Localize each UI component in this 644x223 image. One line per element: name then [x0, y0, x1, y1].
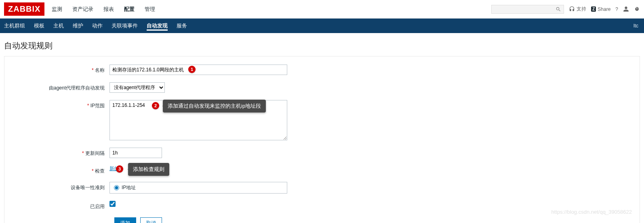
row-proxy: 由agent代理程序自动发现 没有agent代理程序 — [8, 82, 636, 93]
brand-logo: ZABBIX — [4, 2, 44, 16]
proxy-select[interactable]: 没有agent代理程序 — [109, 82, 165, 93]
support-link[interactable]: 支持 — [569, 6, 586, 13]
subnav-maintenance[interactable]: 维护 — [73, 22, 83, 29]
row-uniqueness: 设备唯一性准则 IP地址 — [8, 182, 636, 194]
topnav-monitor[interactable]: 监测 — [52, 6, 62, 13]
z-icon: Z — [591, 6, 596, 12]
uniqueness-radio-ip[interactable] — [114, 185, 119, 190]
top-nav: ZABBIX 监测 资产记录 报表 配置 管理 支持 Z Share ? — [0, 0, 644, 19]
name-input[interactable] — [109, 65, 287, 75]
topnav-reports[interactable]: 报表 — [103, 6, 114, 13]
support-label: 支持 — [577, 6, 586, 13]
subnav-templates[interactable]: 模板 — [34, 22, 44, 29]
headset-icon — [569, 6, 575, 12]
label-uniqueness: 设备唯一性准则 — [8, 182, 109, 191]
subnav-actions[interactable]: 动作 — [92, 22, 103, 29]
row-ip-range: IP范围 172.16.1.1-254 2 添加通过自动发现来监控的主机ip地址… — [8, 100, 636, 140]
search-input[interactable] — [494, 6, 556, 12]
form-buttons: 添加 取消 — [114, 217, 636, 223]
tooltip-2: 添加通过自动发现来监控的主机ip地址段 — [163, 100, 266, 113]
subnav-correlation[interactable]: 关联项事件 — [112, 22, 138, 29]
row-name: 名称 1 — [8, 65, 636, 75]
page-title: 自动发现规则 — [0, 33, 644, 56]
subnav-user: ltc — [633, 23, 638, 29]
subnav-hostgroups[interactable]: 主机群组 — [4, 22, 25, 29]
label-enabled: 已启用 — [8, 201, 109, 210]
topnav-inventory[interactable]: 资产记录 — [72, 6, 93, 13]
watermark: https://blog.csdn.net/qq_39058622 — [551, 209, 632, 215]
label-name: 名称 — [8, 65, 109, 74]
topnav-admin[interactable]: 管理 — [145, 6, 155, 13]
user-menu[interactable] — [623, 6, 629, 12]
label-proxy: 由agent代理程序自动发现 — [8, 82, 109, 92]
label-checks: 检查 — [8, 165, 109, 175]
label-ip-range: IP范围 — [8, 100, 109, 109]
share-link[interactable]: Z Share — [591, 6, 610, 12]
search-icon — [556, 6, 561, 12]
row-interval: 更新间隔 — [8, 148, 636, 158]
label-interval: 更新间隔 — [8, 148, 109, 157]
subnav-discovery[interactable]: 自动发现 — [147, 21, 168, 31]
uniqueness-radio-group: IP地址 — [109, 182, 287, 194]
help-link[interactable]: ? — [615, 6, 618, 12]
callout-2: 2 — [152, 102, 159, 109]
share-label: Share — [598, 6, 610, 12]
callout-1: 1 — [188, 66, 196, 73]
power-icon — [634, 6, 640, 12]
global-search[interactable] — [491, 5, 564, 14]
callout-3: 3 — [116, 165, 123, 173]
row-enabled: 已启用 — [8, 201, 636, 210]
cancel-button[interactable]: 取消 — [140, 217, 162, 223]
topnav-right: 支持 Z Share ? — [491, 5, 640, 14]
logout-link[interactable] — [634, 6, 640, 12]
subnav-services[interactable]: 服务 — [177, 22, 187, 29]
tooltip-3: 添加检查规则 — [128, 163, 169, 176]
sub-nav: 主机群组 模板 主机 维护 动作 关联项事件 自动发现 服务 ltc — [0, 19, 644, 33]
form-panel: 名称 1 由agent代理程序自动发现 没有agent代理程序 IP范围 172… — [4, 56, 640, 223]
subnav-hosts[interactable]: 主机 — [53, 22, 64, 29]
person-icon — [623, 6, 629, 12]
add-button[interactable]: 添加 — [114, 217, 136, 223]
uniqueness-radio-ip-label: IP地址 — [122, 184, 136, 191]
interval-input[interactable] — [109, 148, 162, 158]
row-checks: 检查 新的 3 添加检查规则 — [8, 165, 636, 175]
enabled-checkbox[interactable] — [109, 201, 116, 207]
topnav-config[interactable]: 配置 — [124, 6, 135, 13]
